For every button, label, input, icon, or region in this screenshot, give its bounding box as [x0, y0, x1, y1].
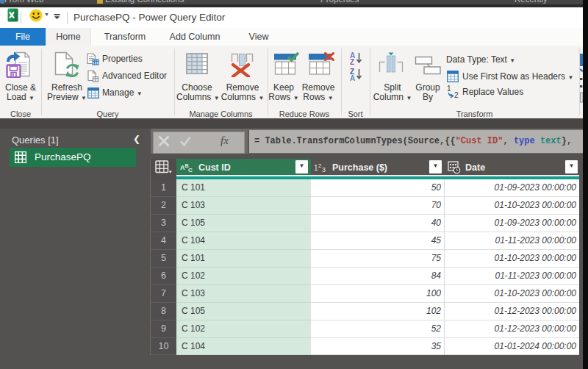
svg-text:1: 1 — [447, 85, 451, 93]
svg-text:2: 2 — [454, 91, 459, 98]
svg-text:Z: Z — [350, 58, 354, 65]
svg-text:A: A — [350, 74, 355, 82]
svg-text:3: 3 — [322, 166, 326, 173]
svg-text:C: C — [188, 167, 193, 173]
